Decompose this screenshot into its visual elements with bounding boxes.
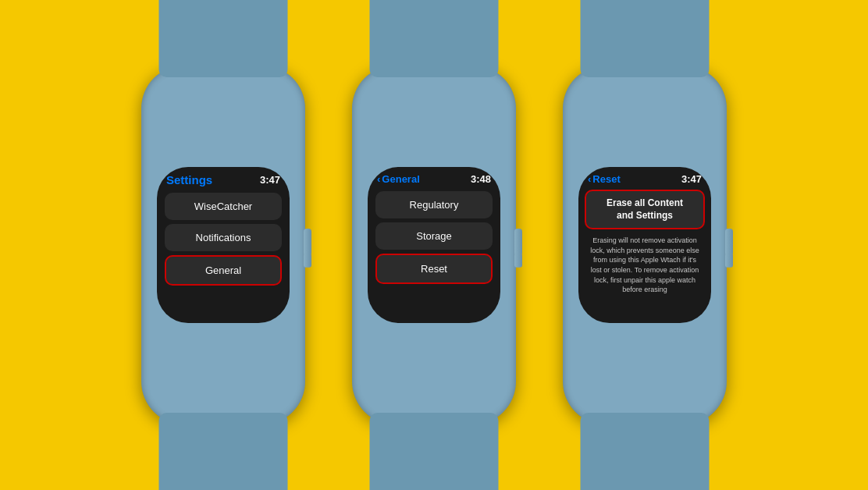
watch-btn-2: [514, 254, 522, 268]
screen-title-settings: Settings: [166, 173, 212, 186]
watch-screen-3: ‹ Reset 3:47 Erase all Contentand Settin…: [578, 167, 711, 323]
menu-item-storage[interactable]: Storage: [375, 222, 493, 250]
back-chevron-2: ‹: [377, 173, 380, 185]
screen-content-3: Erase all Contentand Settings Erasing wi…: [578, 188, 711, 323]
erase-description: Erasing will not remove activation lock,…: [585, 233, 705, 298]
screen-time-1: 3:47: [260, 174, 280, 186]
menu-item-notifications[interactable]: Notifications: [165, 224, 282, 251]
screen-header-3: ‹ Reset 3:47: [578, 167, 711, 188]
screen-content-2: Regulatory Storage Reset: [368, 188, 500, 323]
watch-crown-3: [725, 229, 733, 256]
watch-screen-2: ‹ General 3:48 Regulatory Storage Reset: [368, 167, 500, 323]
menu-item-erase[interactable]: Erase all Contentand Settings: [585, 190, 705, 229]
menu-item-regulatory[interactable]: Regulatory: [375, 191, 493, 218]
back-chevron-3: ‹: [588, 173, 591, 185]
screen-title-reset: ‹ Reset: [588, 173, 621, 185]
watch-general: ‹ General 3:48 Regulatory Storage Reset: [352, 66, 516, 424]
screen-time-3: 3:47: [681, 173, 702, 185]
screen-time-2: 3:48: [471, 173, 491, 185]
menu-item-general[interactable]: General: [165, 255, 282, 286]
screen-header-1: Settings 3:47: [157, 167, 290, 190]
watch-btn-1: [304, 254, 311, 268]
watch-screen-1: Settings 3:47 WiseCatcher Notifications …: [157, 167, 290, 323]
watch-body-2: ‹ General 3:48 Regulatory Storage Reset: [352, 66, 516, 424]
screen-title-general: ‹ General: [377, 173, 420, 185]
watch-settings: Settings 3:47 WiseCatcher Notifications …: [141, 66, 305, 424]
watch-btn-3: [725, 254, 733, 268]
watch-body-1: Settings 3:47 WiseCatcher Notifications …: [141, 66, 305, 424]
menu-item-wisecatcher[interactable]: WiseCatcher: [165, 193, 282, 220]
watch-reset: ‹ Reset 3:47 Erase all Contentand Settin…: [563, 66, 727, 424]
watch-body-3: ‹ Reset 3:47 Erase all Contentand Settin…: [563, 66, 727, 424]
watch-crown-2: [514, 229, 522, 256]
screen-content-1: WiseCatcher Notifications General: [157, 190, 290, 323]
screen-header-2: ‹ General 3:48: [368, 167, 500, 188]
menu-item-reset[interactable]: Reset: [375, 254, 493, 284]
watch-crown-1: [304, 229, 311, 256]
